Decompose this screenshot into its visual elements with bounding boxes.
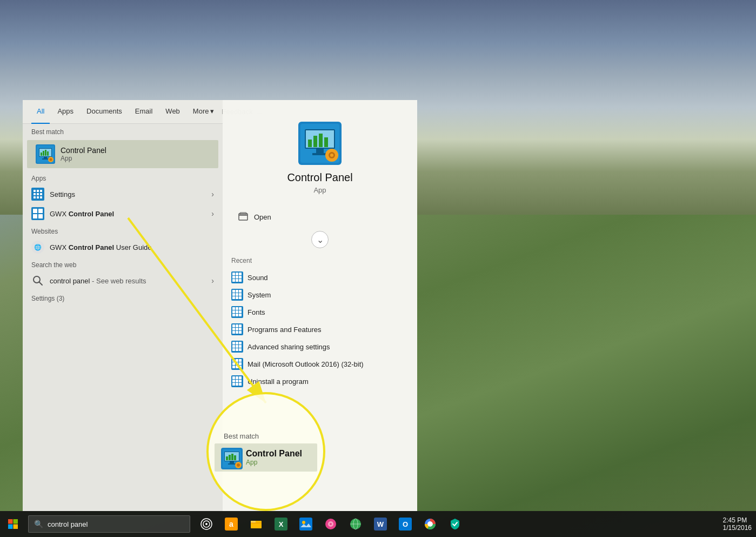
svg-rect-68 [232, 310, 235, 313]
tab-more[interactable]: More ▾ [188, 100, 220, 124]
right-panel-title: Control Panel [287, 171, 352, 184]
svg-point-142 [302, 521, 305, 524]
settings-label: Settings [50, 190, 211, 198]
maps-icon [349, 518, 362, 531]
photos-button[interactable] [294, 512, 318, 536]
open-icon [238, 211, 249, 222]
svg-rect-97 [239, 359, 242, 362]
recent-item-system[interactable]: System [231, 286, 409, 303]
word-icon: W [374, 518, 387, 531]
svg-rect-20 [37, 196, 39, 198]
camera-button[interactable] [319, 512, 343, 536]
chrome-button[interactable] [418, 512, 442, 536]
svg-rect-100 [239, 362, 242, 365]
desktop: All Apps Documents Email Web More ▾ Feed… [0, 0, 756, 537]
svg-point-155 [429, 522, 432, 526]
svg-rect-123 [234, 455, 236, 460]
taskbar-icons: a X [195, 512, 467, 536]
svg-rect-113 [239, 383, 242, 386]
svg-rect-124 [230, 461, 234, 463]
outlook-button[interactable]: O [393, 512, 417, 536]
recent-item-fonts[interactable]: Fonts [231, 303, 409, 321]
svg-rect-83 [239, 331, 242, 334]
file-explorer-button[interactable] [244, 512, 268, 536]
best-match-item[interactable]: Control Panel App [27, 140, 218, 168]
svg-rect-45 [232, 273, 235, 275]
svg-rect-99 [236, 362, 238, 365]
tab-web[interactable]: Web [160, 100, 185, 124]
recent-item-uninstall[interactable]: Uninstall a program [231, 373, 409, 390]
action-open[interactable]: Open [231, 207, 409, 227]
tab-documents[interactable]: Documents [81, 100, 128, 124]
list-item-web-search[interactable]: control panel - See web results › [23, 271, 223, 290]
system-icon [231, 289, 243, 301]
svg-rect-128 [8, 519, 13, 524]
svg-rect-129 [14, 519, 18, 524]
svg-rect-87 [239, 342, 242, 344]
uninstall-label: Uninstall a program [247, 377, 309, 386]
svg-rect-109 [236, 380, 238, 382]
recent-item-sound[interactable]: Sound [231, 269, 409, 286]
svg-rect-98 [232, 362, 235, 365]
excel-button[interactable]: X [269, 512, 293, 536]
tab-apps[interactable]: Apps [52, 100, 79, 124]
svg-rect-75 [232, 324, 235, 327]
uninstall-icon [231, 375, 243, 387]
svg-rect-9 [42, 158, 49, 160]
tab-all[interactable]: All [31, 100, 50, 124]
svg-rect-17 [37, 193, 39, 195]
gwx-icon [31, 207, 44, 220]
security-button[interactable] [443, 512, 467, 536]
svg-rect-13 [34, 190, 36, 192]
mail-label: Mail (Microsoft Outlook 2016) (32-bit) [247, 360, 364, 368]
tabs-bar: All Apps Documents Email Web More ▾ Feed… [23, 100, 223, 124]
amazon-icon-button[interactable]: a [219, 512, 243, 536]
svg-text:a: a [229, 520, 233, 528]
zoom-item-text: Control Panel App [246, 449, 302, 466]
svg-rect-73 [239, 314, 242, 316]
collapse-button[interactable]: ⌄ [311, 231, 329, 248]
recent-item-mail[interactable]: Mail (Microsoft Outlook 2016) (32-bit) [231, 355, 409, 373]
taskbar-time: 2:45 PM1/15/2016 [723, 516, 752, 532]
svg-rect-86 [236, 342, 238, 344]
recent-item-sharing[interactable]: Advanced sharing settings [231, 338, 409, 355]
svg-rect-26 [38, 214, 43, 218]
svg-rect-37 [316, 149, 324, 153]
svg-rect-15 [40, 190, 42, 192]
photos-icon [299, 518, 312, 531]
start-button[interactable] [0, 511, 26, 537]
taskbar-search-box[interactable]: 🔍 [28, 515, 190, 533]
website-icon: 🌐 [31, 241, 44, 254]
svg-rect-33 [308, 140, 312, 147]
zoom-subtitle: App [246, 459, 302, 466]
word-button[interactable]: W [369, 512, 392, 536]
svg-rect-51 [232, 279, 235, 282]
svg-rect-36 [324, 137, 328, 147]
svg-rect-81 [232, 331, 235, 334]
tab-email[interactable]: Email [130, 100, 158, 124]
taskbar-search-input[interactable] [48, 520, 183, 528]
recent-item-programs[interactable]: Programs and Features [231, 321, 409, 338]
svg-point-145 [330, 523, 332, 525]
svg-rect-60 [239, 293, 242, 296]
list-item-settings[interactable]: Settings › [23, 184, 223, 204]
best-match-text: Control Panel App [61, 146, 106, 162]
svg-rect-71 [232, 314, 235, 316]
svg-rect-125 [228, 463, 236, 465]
svg-rect-80 [239, 328, 242, 330]
svg-rect-93 [239, 348, 242, 351]
task-view-button[interactable] [195, 512, 218, 536]
maps-button[interactable] [344, 512, 367, 536]
task-view-icon [200, 518, 213, 531]
svg-rect-18 [40, 193, 42, 195]
best-match-label: Best match [23, 124, 223, 138]
settings-icon [31, 188, 44, 201]
svg-rect-82 [236, 331, 238, 334]
svg-point-127 [237, 463, 240, 467]
recent-apps-list: Sound System Fonts [223, 269, 417, 390]
list-item-gwx-guide[interactable]: 🌐 GWX Control Panel User Guide [23, 237, 223, 257]
list-item-gwx[interactable]: GWX Control Panel › [23, 204, 223, 223]
svg-rect-14 [37, 190, 39, 192]
svg-rect-70 [239, 310, 242, 313]
svg-rect-67 [239, 307, 242, 310]
